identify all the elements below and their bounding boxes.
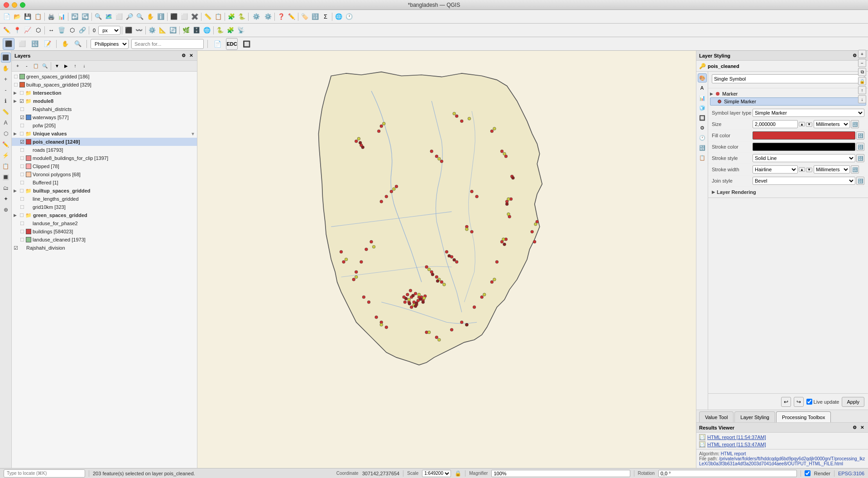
identify-btn[interactable]: ℹ️ [156, 12, 166, 22]
form-tool[interactable]: 📋 [1, 161, 11, 171]
digitize-tool[interactable]: ⚡ [1, 150, 11, 160]
layer-item-2[interactable]: ▶☐📁Intersection [12, 89, 197, 97]
zoom-layer-btn[interactable]: 🗺️ [104, 12, 114, 22]
layer-item-5[interactable]: ☑waterways [577] [12, 113, 197, 121]
collapse-all-btn[interactable]: ▶ [62, 62, 70, 70]
labels-icon[interactable]: A [698, 83, 707, 92]
plugin2-btn[interactable]: 🧩 [225, 25, 235, 35]
layer-item-21[interactable]: ☑Rajshahi_division [12, 244, 197, 252]
select-rect2-btn[interactable]: ⬜ [17, 39, 27, 49]
single-symbol-icon[interactable]: 🎨 [698, 73, 707, 82]
layer-item-11[interactable]: ☐Clipped [78] [12, 162, 197, 170]
stroke-color-expr-btn[interactable]: 🔣 [856, 143, 864, 151]
stroke-width-step-up[interactable]: ▲ [799, 167, 805, 172]
new-project-btn[interactable]: 📄 [2, 12, 12, 22]
join-style-select[interactable]: Bevel [753, 177, 855, 185]
select-by-expr-btn[interactable]: 🔣 [30, 39, 40, 49]
snap-tool[interactable]: ⊕ [1, 205, 11, 215]
cad-btn[interactable]: 📐 [158, 25, 168, 35]
simple-marker-row[interactable]: Simple Marker [710, 97, 866, 106]
layer-item-9[interactable]: ☐roads [16793] [12, 146, 197, 154]
deselect-btn[interactable]: ✖️ [190, 12, 200, 22]
layer-item-12[interactable]: ☐Voronoi polygons [68] [12, 170, 197, 179]
layer-item-8[interactable]: ☑pois_cleaned [1249] [12, 138, 197, 146]
layer-item-3[interactable]: ▶☑📁module8 [12, 97, 197, 105]
up-symbol-btn[interactable]: ↑ [858, 86, 866, 94]
layer-rendering-header[interactable]: ▶ Layer Rendering [712, 188, 864, 196]
advanced-digi-btn[interactable]: ⚙️ [147, 25, 157, 35]
layout-btn[interactable]: 📄 [211, 38, 223, 50]
label-tool[interactable]: A [1, 118, 11, 128]
diagrams-icon[interactable]: 📊 [698, 93, 707, 102]
measure-tool[interactable]: 📏 [1, 107, 11, 117]
select-rect-btn[interactable]: ⬜ [179, 12, 189, 22]
pan-btn[interactable]: ✋ [145, 12, 155, 22]
live-update-label[interactable]: Live update [806, 399, 839, 405]
tab-value-tool[interactable]: Value Tool [699, 411, 734, 422]
db-btn[interactable]: 🗄️ [192, 25, 201, 35]
reshape-btn[interactable]: 🔄 [168, 25, 178, 35]
select-btn[interactable]: ⬛ [169, 12, 179, 22]
fields-icon[interactable]: 🔲 [698, 113, 707, 122]
snap-btn[interactable]: ⬛ [124, 25, 134, 35]
variables-icon[interactable]: 🔣 [698, 143, 707, 152]
fill-color-expr-btn[interactable]: 🔣 [856, 131, 864, 140]
file-path-value[interactable]: /private/var/folders/ft/hddcqdgd6bd9pqy6… [699, 456, 865, 466]
search-input[interactable] [131, 39, 204, 49]
select-by-form-btn[interactable]: 📝 [43, 39, 53, 49]
measure-btn[interactable]: 📏 [203, 12, 213, 22]
zoom-selection-btn[interactable]: ⬜ [114, 12, 124, 22]
expressions-btn[interactable]: Σ [321, 12, 331, 22]
undo-style-btn[interactable]: ↩ [781, 397, 791, 407]
rendering-icon[interactable]: ⚙ [698, 123, 707, 132]
location-select[interactable]: Philippines [91, 39, 129, 49]
expand-all-btn[interactable]: ▼ [53, 62, 61, 70]
wms-btn[interactable]: 🌐 [202, 25, 212, 35]
pan2-btn[interactable]: ✋ [60, 39, 70, 49]
temporal-icon[interactable]: 🕐 [698, 133, 707, 142]
layer-item-19[interactable]: ☐buildings [584023] [12, 227, 197, 236]
tab-processing-toolbox[interactable]: Processing Toolbox [776, 411, 831, 422]
layer-tool[interactable]: 🗂 [1, 183, 11, 193]
select-features-tool[interactable]: ⬛ [1, 53, 11, 63]
filter-layer-btn[interactable]: 🔍 [41, 62, 49, 70]
legend-icon[interactable]: 📋 [698, 153, 707, 162]
feature-tool[interactable]: ✦ [1, 194, 11, 204]
layer-item-6[interactable]: ☐pofw [205] [12, 121, 197, 130]
layers-close-btn[interactable]: ✕ [188, 53, 194, 59]
results-options-btn[interactable]: ⚙ [851, 425, 858, 431]
grass-btn[interactable]: 🌿 [181, 25, 191, 35]
print-btn[interactable]: 🖨️ [46, 12, 56, 22]
layer-item-20[interactable]: ☐landuse_cleaned [1973] [12, 236, 197, 244]
size-step-up[interactable]: ▲ [799, 122, 805, 126]
stroke-width-step-down[interactable]: ▼ [806, 168, 812, 172]
layer-item-4[interactable]: ☐Rajshahi_districts [12, 105, 197, 113]
attr-table-btn[interactable]: 📋 [213, 12, 223, 22]
zoom2-btn[interactable]: 🔍 [73, 39, 83, 49]
processing-btn[interactable]: ⚙️ [250, 12, 263, 22]
down-symbol-btn[interactable]: ↓ [858, 95, 866, 103]
undo-btn[interactable]: ↩️ [70, 12, 80, 22]
join-style-expr-btn[interactable]: 🔣 [856, 177, 864, 185]
compose-btn[interactable]: 📊 [57, 12, 67, 22]
map-canvas[interactable] [197, 51, 696, 468]
save-as-btn[interactable]: 📋 [33, 12, 43, 22]
move-layer-up-btn[interactable]: ↑ [71, 62, 79, 70]
units-select[interactable]: px mm cm [98, 26, 120, 35]
edit-tool[interactable]: ✏️ [1, 140, 11, 150]
layer-item-14[interactable]: ▶☐📁builtup_spaces_gridded [12, 187, 197, 195]
label-btn[interactable]: 🏷️ [300, 12, 310, 22]
styling-options-btn[interactable]: ⚙ [851, 53, 858, 59]
size-input[interactable] [753, 120, 798, 128]
field-calc-btn[interactable]: 🔢 [310, 12, 320, 22]
orfeo-btn[interactable]: 📡 [236, 25, 246, 35]
plugin-btn[interactable]: 🧩 [226, 12, 236, 22]
layers-options-btn[interactable]: ⚙ [180, 53, 187, 59]
move-layer-down-btn[interactable]: ↓ [80, 62, 88, 70]
renderer-select[interactable]: Single Symbol [712, 74, 864, 83]
add-point-btn[interactable]: 📍 [12, 25, 22, 35]
result-item-2[interactable]: 📄 HTML report [11:53:47AM] [698, 441, 866, 448]
delete-feature-btn[interactable]: 🗑️ [57, 25, 67, 35]
identify-tool[interactable]: ℹ [1, 96, 11, 106]
results-close-btn[interactable]: ✕ [859, 425, 865, 431]
